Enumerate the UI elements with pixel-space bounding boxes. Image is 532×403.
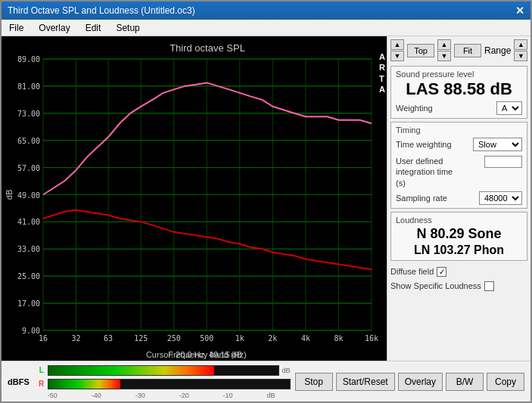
main-window: Third Octave SPL and Loudness (Untitled.…: [0, 0, 532, 403]
main-content: ARTA Cursor: 20.0 Hz, 49.15 dB ▲ ▼ Top ▲…: [2, 36, 530, 361]
sampling-row: Sampling rate 48000 44100 96000: [396, 191, 522, 205]
fit-arrows: ▲ ▼: [437, 39, 451, 61]
fit-down-arrow[interactable]: ▼: [437, 51, 451, 61]
r-meter-bar: [48, 379, 291, 389]
arla-label: ARTA: [379, 51, 385, 95]
copy-button[interactable]: Copy: [487, 373, 524, 391]
title-bar: Third Octave SPL and Loudness (Untitled.…: [2, 2, 530, 20]
sampling-select[interactable]: 48000 44100 96000: [479, 191, 522, 205]
l-channel-label: L: [37, 366, 46, 374]
chart-wrapper: ARTA Cursor: 20.0 Hz, 49.15 dB: [2, 36, 387, 361]
timing-section: Timing Time weighting Slow Fast Impulse …: [390, 122, 527, 209]
fit-up-arrow[interactable]: ▲: [437, 39, 451, 50]
show-specific-row: Show Specific Loudness: [390, 281, 527, 291]
window-title: Third Octave SPL and Loudness (Untitled.…: [8, 5, 195, 16]
time-weighting-row: Time weighting Slow Fast Impulse: [396, 138, 522, 151]
weighting-row: Weighting A B C Z: [396, 101, 522, 115]
weighting-label: Weighting: [396, 104, 433, 113]
time-weighting-select[interactable]: Slow Fast Impulse: [473, 138, 522, 151]
overlay-button[interactable]: Overlay: [398, 373, 443, 391]
right-panel: ▲ ▼ Top ▲ ▼ Fit Range ▲ ▼ Set Sound pres…: [387, 36, 530, 361]
close-button[interactable]: ✕: [515, 5, 524, 16]
meter-row-l: L dB: [37, 364, 291, 377]
dbfs-label: dBFS: [8, 377, 30, 386]
r-meter-fill: [48, 380, 121, 389]
loudness-section: Loudness N 80.29 Sone LN 103.27 Phon: [390, 212, 527, 261]
menu-edit[interactable]: Edit: [81, 21, 106, 35]
meter-row-r: R: [37, 378, 291, 390]
top-down-arrow[interactable]: ▼: [390, 51, 404, 61]
menu-setup[interactable]: Setup: [111, 21, 144, 35]
l-meter-bar: [48, 365, 279, 376]
top-arrows: ▲ ▼: [390, 39, 404, 61]
chart-area: ARTA Cursor: 20.0 Hz, 49.15 dB: [2, 36, 387, 361]
loudness-section-title: Loudness: [396, 215, 522, 225]
range-arrows: ▲ ▼: [514, 39, 527, 61]
spl-section: Sound pressure level LAS 88.58 dB Weight…: [390, 66, 527, 119]
top-up-arrow[interactable]: ▲: [390, 39, 404, 50]
diffuse-field-checkbox[interactable]: ✓: [437, 267, 446, 277]
timing-section-title: Timing: [396, 126, 522, 135]
time-weighting-label: Time weighting: [396, 140, 452, 149]
spl-section-title: Sound pressure level: [396, 70, 522, 79]
loudness-ln-value: LN 103.27 Phon: [396, 243, 522, 257]
range-label: Range: [484, 45, 511, 56]
show-specific-checkbox[interactable]: [484, 281, 494, 291]
menu-overlay[interactable]: Overlay: [34, 21, 74, 35]
menu-file[interactable]: File: [5, 21, 28, 35]
diffuse-field-label: Diffuse field: [390, 267, 434, 276]
fit-button[interactable]: Fit: [454, 44, 481, 57]
range-down-arrow[interactable]: ▼: [514, 51, 527, 61]
bottom-buttons: Stop Start/Reset Overlay B/W Copy: [295, 373, 524, 391]
scale-labels: -50 -40 -30 -20 -10 dB: [48, 392, 291, 399]
top-controls: ▲ ▼ Top ▲ ▼ Fit Range ▲ ▼ Set: [390, 39, 527, 61]
diffuse-field-row: Diffuse field ✓: [390, 267, 527, 277]
r-channel-label: R: [37, 380, 46, 388]
l-db-label: dB: [282, 367, 291, 374]
dbfs-container: dBFS: [8, 377, 31, 386]
integration-row: User definedintegration time (s) 10: [396, 156, 522, 188]
loudness-n-value: N 80.29 Sone: [396, 226, 522, 243]
chart-canvas: [2, 36, 387, 361]
stop-button[interactable]: Stop: [295, 373, 333, 391]
show-specific-label: Show Specific Loudness: [390, 281, 481, 290]
l-meter-fill: [48, 366, 214, 375]
sampling-label: Sampling rate: [396, 194, 447, 203]
integration-label: User definedintegration time (s): [396, 156, 464, 188]
start-reset-button[interactable]: Start/Reset: [336, 373, 395, 391]
top-button[interactable]: Top: [407, 44, 434, 57]
weighting-select[interactable]: A B C Z: [496, 101, 522, 115]
range-up-arrow[interactable]: ▲: [514, 39, 527, 50]
bw-button[interactable]: B/W: [446, 373, 484, 391]
menu-bar: File Overlay Edit Setup: [2, 20, 530, 36]
bottom-bar: dBFS L dB R -50 -40 -30 -20 -10: [2, 361, 530, 401]
cursor-info: Cursor: 20.0 Hz, 49.15 dB: [146, 350, 242, 359]
meter-section: L dB R -50 -40 -30 -20 -10 dB: [37, 364, 291, 399]
integration-input[interactable]: 10: [484, 156, 522, 168]
spl-value: LAS 88.58 dB: [396, 80, 522, 98]
